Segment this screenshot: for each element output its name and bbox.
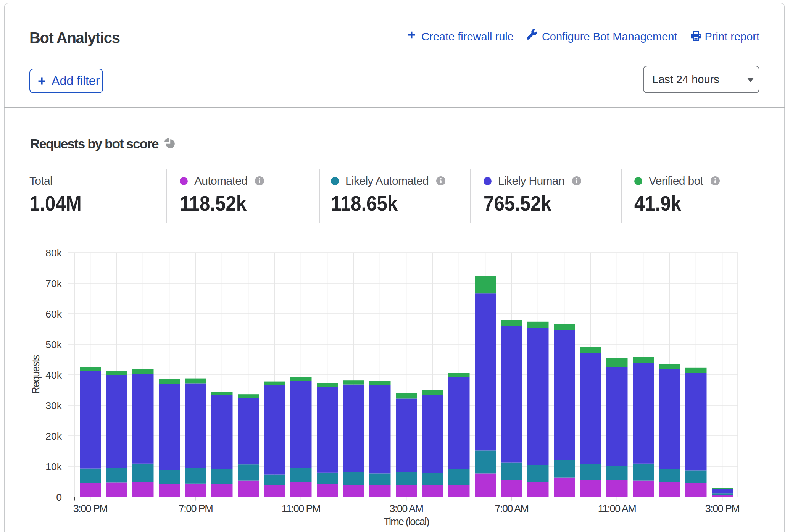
svg-text:Requests: Requests [30,355,42,394]
svg-text:Time (local): Time (local) [384,516,429,527]
svg-text:40k: 40k [45,369,62,381]
svg-text:7:00 PM: 7:00 PM [179,503,213,514]
svg-text:10k: 10k [45,461,62,472]
svg-text:50k: 50k [45,339,62,350]
svg-text:7:00 AM: 7:00 AM [495,503,529,514]
svg-text:70k: 70k [45,278,62,289]
svg-text:11:00 PM: 11:00 PM [282,503,320,514]
svg-text:60k: 60k [45,308,62,320]
svg-text:0: 0 [56,492,62,503]
svg-text:80k: 80k [45,247,62,259]
svg-text:30k: 30k [45,400,62,411]
svg-text:20k: 20k [45,430,62,442]
svg-text:3:00 AM: 3:00 AM [390,503,423,514]
svg-text:3:00 PM: 3:00 PM [73,503,107,514]
svg-text:11:00 AM: 11:00 AM [598,503,636,514]
svg-text:3:00 PM: 3:00 PM [705,503,739,514]
